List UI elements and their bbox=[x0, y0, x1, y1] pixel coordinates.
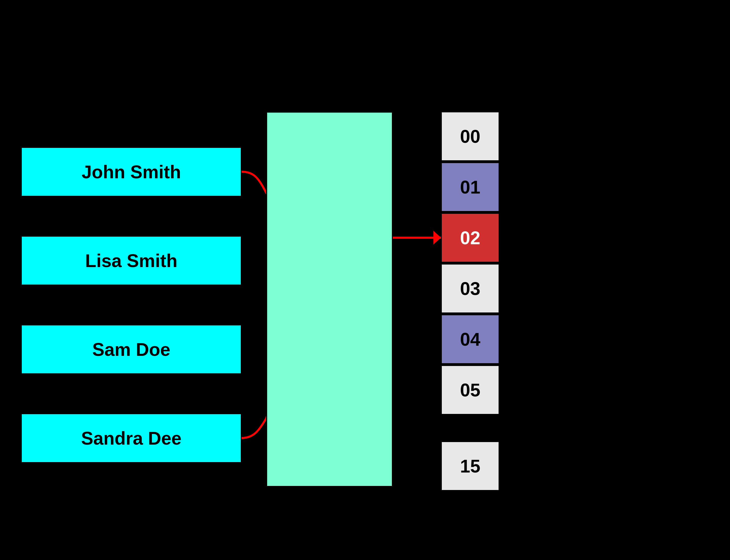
slot-label-15: 15 bbox=[460, 456, 480, 477]
slot-label-04: 04 bbox=[460, 329, 480, 350]
memory-slot-00: 00 bbox=[441, 112, 499, 161]
name-label-lisa-smith: Lisa Smith bbox=[85, 250, 178, 271]
name-label-sam-doe: Sam Doe bbox=[92, 339, 170, 360]
diagram-container: John Smith Lisa Smith Sam Doe Sandra Dee… bbox=[0, 0, 730, 560]
slot-label-05: 05 bbox=[460, 380, 480, 400]
slot-label-01: 01 bbox=[460, 177, 480, 198]
name-box-sam-doe: Sam Doe bbox=[21, 325, 242, 374]
svg-marker-0 bbox=[433, 231, 441, 244]
memory-slot-02: 02 bbox=[441, 213, 499, 263]
slot-label-00: 00 bbox=[460, 126, 480, 147]
hash-table bbox=[266, 112, 393, 487]
name-label-john-smith: John Smith bbox=[82, 162, 181, 182]
name-box-lisa-smith: Lisa Smith bbox=[21, 236, 242, 285]
memory-slot-03: 03 bbox=[441, 264, 499, 313]
name-box-john-smith: John Smith bbox=[21, 147, 242, 197]
memory-slot-05: 05 bbox=[441, 365, 499, 415]
slot-label-03: 03 bbox=[460, 278, 480, 299]
name-label-sandra-dee: Sandra Dee bbox=[81, 428, 182, 449]
memory-slot-04: 04 bbox=[441, 314, 499, 364]
memory-slot-15: 15 bbox=[441, 441, 499, 491]
name-box-sandra-dee: Sandra Dee bbox=[21, 413, 242, 463]
slot-label-02: 02 bbox=[460, 227, 480, 248]
memory-slot-01: 01 bbox=[441, 162, 499, 212]
